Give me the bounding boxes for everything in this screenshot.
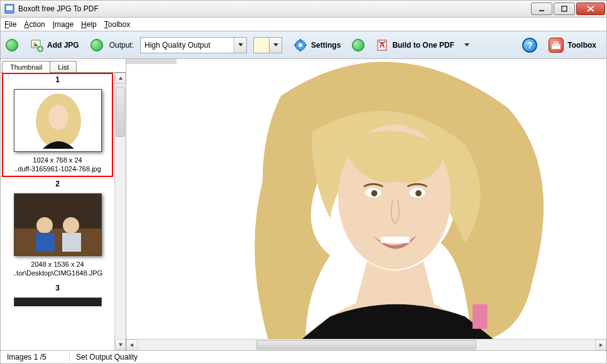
preview-pane bbox=[126, 59, 606, 350]
svg-point-35 bbox=[371, 190, 378, 196]
thumbnail-path: ..duff-3165961-1024-768.jpg bbox=[3, 164, 112, 173]
output-quality-value: High Quality Output bbox=[141, 41, 234, 50]
maximize-button[interactable] bbox=[554, 3, 575, 15]
thumbnail-index: 2 bbox=[3, 178, 112, 188]
background-color-swatch[interactable] bbox=[253, 37, 270, 53]
status-mode: Set Output Quality bbox=[70, 353, 144, 361]
svg-point-27 bbox=[36, 217, 53, 233]
svg-point-24 bbox=[48, 105, 68, 130]
menu-help[interactable]: Help bbox=[81, 20, 97, 29]
scroll-thumb[interactable] bbox=[116, 87, 125, 137]
title-bar: Boxoft free JPG To PDF bbox=[0, 0, 607, 18]
menu-action[interactable]: Action bbox=[24, 20, 45, 29]
tab-list[interactable]: List bbox=[50, 61, 77, 73]
svg-rect-30 bbox=[62, 233, 81, 252]
scroll-up-button[interactable] bbox=[115, 73, 126, 84]
settings-label: Settings bbox=[311, 41, 341, 50]
svg-rect-37 bbox=[380, 237, 410, 243]
status-images: Images 1 /5 bbox=[1, 353, 70, 361]
scroll-thumb[interactable] bbox=[256, 340, 476, 350]
build-pdf-label: Build to One PDF bbox=[392, 41, 454, 50]
toolbox-label: Toolbox bbox=[567, 41, 596, 50]
settings-button[interactable]: Settings bbox=[288, 36, 346, 55]
add-jpg-icon bbox=[30, 38, 43, 52]
svg-rect-29 bbox=[36, 233, 55, 252]
background-color-dropdown[interactable] bbox=[270, 37, 282, 53]
side-panel: Thumbnail List 1 1024 x 768 x 24 bbox=[1, 59, 126, 350]
svg-rect-1 bbox=[6, 6, 13, 10]
svg-rect-21 bbox=[554, 42, 558, 44]
step-1-badge bbox=[6, 39, 18, 51]
status-bar: Images 1 /5 Set Output Quality bbox=[0, 350, 607, 364]
thumbnail-scrollbar[interactable] bbox=[114, 73, 126, 350]
thumbnail-item[interactable]: 2 2048 x 1536 x 24 ..tor\Desktop\CIMG184… bbox=[2, 177, 113, 281]
svg-rect-3 bbox=[562, 6, 567, 11]
svg-rect-38 bbox=[473, 304, 487, 329]
chevron-down-icon bbox=[234, 38, 246, 53]
scroll-right-button[interactable] bbox=[595, 340, 606, 350]
tab-thumbnail[interactable]: Thumbnail bbox=[2, 61, 50, 73]
thumbnail-dims: 1024 x 768 x 24 bbox=[3, 156, 112, 164]
workspace: Thumbnail List 1 1024 x 768 x 24 bbox=[0, 59, 607, 350]
app-icon bbox=[4, 4, 14, 14]
menu-toolbox[interactable]: Toolbox bbox=[104, 20, 130, 29]
thumbnail-index: 1 bbox=[3, 74, 112, 84]
add-jpg-label: Add JPG bbox=[47, 41, 79, 50]
thumbnail-path: ..tor\Desktop\CIMG1848.JPG bbox=[3, 269, 112, 277]
thumbnail-image bbox=[14, 89, 102, 152]
svg-point-12 bbox=[298, 43, 302, 47]
scroll-left-button[interactable] bbox=[126, 340, 138, 350]
thumbnail-image bbox=[14, 297, 102, 306]
build-pdf-button[interactable]: A Build to One PDF bbox=[371, 36, 459, 54]
menu-file[interactable]: File bbox=[4, 20, 16, 29]
minimize-button[interactable] bbox=[531, 3, 552, 15]
svg-rect-26 bbox=[14, 228, 102, 256]
gear-icon bbox=[293, 38, 307, 52]
pdf-icon: A bbox=[376, 39, 388, 51]
output-quality-select[interactable]: High Quality Output bbox=[140, 37, 247, 53]
thumbnail-item[interactable]: 3 bbox=[2, 281, 113, 310]
step-2-badge bbox=[90, 39, 103, 51]
output-label: Output: bbox=[109, 41, 134, 50]
chevron-down-icon bbox=[270, 38, 282, 53]
toolbox-button[interactable]: Toolbox bbox=[544, 35, 601, 55]
add-jpg-button[interactable]: Add JPG bbox=[25, 36, 84, 55]
step-3-badge bbox=[352, 39, 364, 51]
window-title: Boxoft free JPG To PDF bbox=[18, 4, 99, 13]
scroll-down-button[interactable] bbox=[115, 339, 126, 350]
help-button[interactable]: ? bbox=[522, 38, 537, 53]
toolbar: Add JPG Output: High Quality Output Sett… bbox=[0, 31, 607, 59]
thumbnail-image bbox=[14, 193, 102, 256]
close-button[interactable] bbox=[576, 3, 605, 15]
toolbox-icon bbox=[549, 38, 564, 53]
preview-image bbox=[177, 59, 606, 339]
preview-horizontal-scrollbar[interactable] bbox=[126, 339, 606, 350]
menu-image[interactable]: Image bbox=[53, 20, 74, 29]
svg-point-28 bbox=[63, 217, 79, 233]
build-pdf-dropdown[interactable] bbox=[464, 43, 469, 46]
thumbnail-list: 1 1024 x 768 x 24 ..duff-3165961-1024-76… bbox=[1, 73, 114, 350]
menu-bar: File Action Image Help Toolbox bbox=[0, 18, 607, 31]
thumbnail-dims: 2048 x 1536 x 24 bbox=[3, 260, 112, 269]
svg-point-36 bbox=[415, 190, 422, 196]
thumbnail-item[interactable]: 1 1024 x 768 x 24 ..duff-3165961-1024-76… bbox=[2, 73, 113, 177]
thumbnail-index: 3 bbox=[3, 282, 112, 292]
